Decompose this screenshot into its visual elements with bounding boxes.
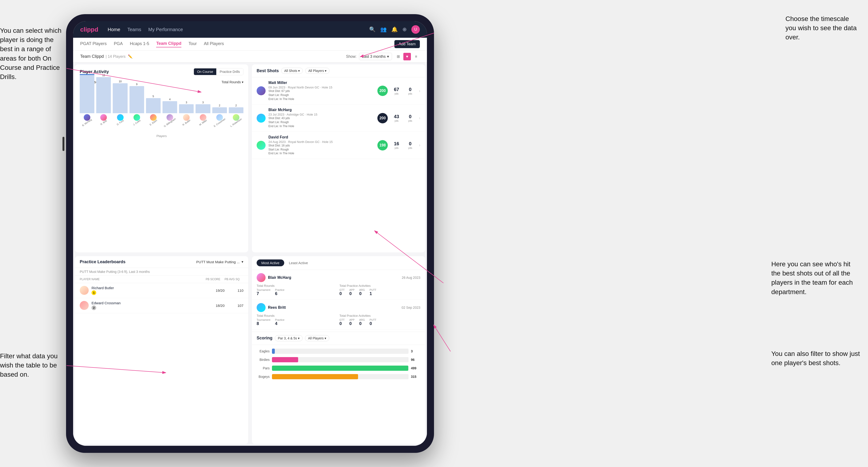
- tournament-val: 8: [257, 321, 270, 326]
- time-filter-dropdown[interactable]: Last 3 months ▾: [359, 53, 392, 60]
- practice-title: Practice Leaderboards: [80, 259, 125, 264]
- nav-my-performance[interactable]: My Performance: [148, 27, 183, 32]
- shot-metrics: 43 yds 0 yds: [391, 114, 416, 122]
- total-rounds-group: Total Rounds Tournament 8 Practice 4: [257, 314, 338, 326]
- scoring-bar-label: Bogeys: [257, 375, 270, 379]
- activity-date: 02 Sep 2023: [402, 306, 420, 309]
- show-label: Show:: [346, 55, 356, 59]
- score-col: 18/20 107: [213, 304, 243, 308]
- practice-row: Edward Crossman 2 18/20 107: [75, 298, 248, 313]
- best-shots-list: Matt Miller 09 Jun 2023 · Royal North De…: [252, 77, 425, 159]
- player-avatar-small: [257, 86, 266, 95]
- chevron-right-icon: ›: [419, 88, 420, 93]
- pb-avg: 107: [231, 304, 243, 308]
- bar-group: 2E. Crossman: [212, 104, 227, 124]
- scoring-chart: Eagles 3 Birdies 96 Pars 499 Bogeys 315: [252, 345, 425, 444]
- player-name-wrap: Edward Crossman 2: [92, 301, 210, 310]
- most-active-card: Most Active Least Active Blair McHarg 26…: [252, 256, 425, 444]
- sub-nav-pgat[interactable]: PGAT Players: [80, 41, 106, 47]
- chevron-right-icon: ›: [419, 143, 420, 148]
- scoring-filter2[interactable]: All Players ▾: [305, 335, 329, 341]
- activity-stats-row: Total Rounds Tournament 8 Practice 4 Tot…: [257, 314, 420, 326]
- chart-area: On Course Total Rounds ▾ 13B. McHarg12R.…: [75, 77, 248, 252]
- player-shot-row[interactable]: David Ford 24 Aug 2023 · Royal North Dev…: [252, 132, 425, 159]
- rank-badge: 1: [92, 290, 96, 295]
- on-course-toggle[interactable]: On Course: [194, 68, 217, 75]
- annotation-bottom-left: Filter what data you wish the table to b…: [0, 351, 66, 379]
- bar-group: 13B. McHarg: [80, 71, 94, 124]
- edit-icon[interactable]: ✏️: [128, 54, 132, 59]
- nav-teams[interactable]: Teams: [127, 27, 141, 32]
- chart-dropdown[interactable]: Total Rounds ▾: [221, 80, 243, 84]
- arg-val: 0: [359, 321, 365, 326]
- sub-nav-team-clippd[interactable]: Team Clippd: [156, 41, 181, 48]
- svg-line-4: [434, 325, 451, 351]
- pb-score: 18/20: [213, 304, 224, 308]
- bar-group: 10D. Ford: [113, 80, 127, 124]
- scoring-bar-fill: [272, 366, 408, 371]
- search-icon[interactable]: 🔍: [369, 26, 375, 33]
- hole-info: 09 Jun 2023 · Royal North Devon GC · Hol…: [269, 86, 375, 89]
- scoring-bar-bg: [272, 349, 408, 354]
- scoring-count: 3: [411, 349, 420, 353]
- shot-detail: Shot Dist: 43 ydsStart Lie: RoughEnd Lie…: [269, 116, 375, 128]
- player-name: Blair McHarg: [269, 108, 292, 112]
- scoring-bar-label: Eagles: [257, 349, 270, 353]
- player-shot-row[interactable]: Blair McHarg 23 Jul 2023 · Ashridge GC ·…: [252, 104, 425, 132]
- activity-stats-row: Total Rounds Tournament 7 Practice 6 Tot…: [257, 284, 420, 296]
- tablet-frame: clippd Home Teams My Performance 🔍 👥 🔔 ⊕…: [66, 14, 434, 453]
- app-val: 0: [349, 291, 354, 296]
- practice-rows: Richard Butler 1 19/20 110 Edward Crossm…: [75, 283, 248, 313]
- toggle-group: On Course Practice Drills: [194, 68, 243, 75]
- gtt-val: 0: [339, 321, 345, 326]
- sub-nav: PGAT Players PGA Hcaps 1-5 Team Clippd T…: [73, 38, 427, 51]
- sub-nav-tour[interactable]: Tour: [188, 41, 197, 47]
- avatar[interactable]: U: [411, 25, 420, 34]
- putt-val: 1: [370, 291, 376, 296]
- player-info: Matt Miller 09 Jun 2023 · Royal North De…: [269, 81, 375, 101]
- metric-dist: 67 yds: [391, 87, 402, 95]
- sub-nav-hcaps[interactable]: Hcaps 1-5: [130, 41, 149, 47]
- metric-dist: 43 yds: [391, 114, 402, 122]
- practice-subtitle: PUTT Must Make Putting (3-6 ft), Last 3 …: [75, 268, 248, 276]
- best-shots-header: Best Shots All Shots ▾ All Players ▾: [252, 64, 425, 77]
- heart-icon[interactable]: ♥: [403, 53, 411, 60]
- least-active-tab[interactable]: Least Active: [284, 259, 313, 266]
- bar-group: 4G. Billingham: [162, 98, 177, 124]
- list-icon[interactable]: ≡: [412, 53, 420, 60]
- scoring-filter1[interactable]: Par 3, 4 & 5s ▾: [275, 335, 303, 341]
- bar: [129, 86, 144, 113]
- player-name-row: David Ford: [269, 135, 375, 139]
- scoring-bar-fill: [272, 374, 358, 379]
- player-shot-row[interactable]: Matt Miller 09 Jun 2023 · Royal North De…: [252, 77, 425, 104]
- scoring-header: Scoring Par 3, 4 & 5s ▾ All Players ▾: [252, 332, 425, 345]
- people-icon[interactable]: 👥: [380, 26, 386, 33]
- bar: [80, 74, 94, 113]
- chevron-right-icon: ›: [419, 116, 420, 121]
- activity-player-name: Blair McHarg: [268, 276, 291, 280]
- practice-activities-group: Total Practice Activities GTT 0 APP 0 AR…: [339, 284, 420, 296]
- all-players-filter[interactable]: All Players ▾: [305, 68, 330, 74]
- scoring-count: 315: [411, 375, 420, 379]
- sub-nav-all-players[interactable]: All Players: [204, 41, 224, 47]
- plus-circle-icon[interactable]: ⊕: [402, 26, 407, 33]
- activity-date: 26 Aug 2023: [402, 276, 420, 280]
- tournament-val: 7: [257, 291, 270, 296]
- player-name-row: Blair McHarg: [269, 108, 375, 112]
- grid-icon[interactable]: ⊞: [394, 53, 402, 60]
- add-team-button[interactable]: Add Team: [394, 40, 420, 48]
- nav-home[interactable]: Home: [108, 27, 120, 32]
- sub-nav-pga[interactable]: PGA: [114, 41, 123, 47]
- all-shots-filter[interactable]: All Shots ▾: [281, 68, 303, 74]
- col-pb-score: PB SCORE: [206, 278, 224, 281]
- player-avatar-small: [257, 141, 266, 150]
- scoring-bar-fill: [272, 349, 275, 354]
- bell-icon[interactable]: 🔔: [391, 26, 398, 33]
- tablet-side-button: [63, 137, 64, 151]
- practice-filter[interactable]: PUTT Must Make Putting ... ▾: [196, 260, 243, 264]
- practice-drills-toggle[interactable]: Practice Drills: [216, 68, 243, 75]
- col-player-name: PLAYER NAME: [80, 278, 206, 281]
- activity-row-header: Blair McHarg 26 Aug 2023: [257, 273, 420, 282]
- most-active-tab[interactable]: Most Active: [257, 259, 284, 266]
- player-activity-card: Player Activity On Course Practice Drill…: [75, 64, 248, 252]
